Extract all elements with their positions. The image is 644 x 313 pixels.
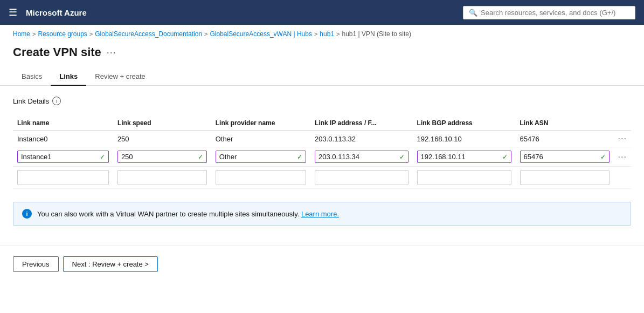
table-row-instance0: Instance0 250 Other 203.0.113.32 192.168…	[13, 131, 631, 147]
breadcrumb-home[interactable]: Home	[13, 30, 30, 38]
instance1-bgp-check-icon: ✓	[502, 153, 508, 161]
info-banner: i You can also work with a Virtual WAN p…	[13, 202, 631, 226]
instance1-options-button[interactable]: ···	[618, 152, 627, 161]
instance1-name-cell: ✓	[13, 147, 113, 167]
instance1-name-check-icon: ✓	[100, 153, 105, 161]
next-button[interactable]: Next : Review + create >	[63, 256, 158, 272]
instance1-bgp-cell: ✓	[413, 147, 516, 167]
page-header: Create VPN site ···	[0, 43, 644, 68]
col-link-speed: Link speed	[113, 116, 211, 131]
empty-speed-input[interactable]	[117, 170, 207, 185]
instance1-provider-input[interactable]	[219, 153, 295, 161]
col-link-ip: Link IP address / F...	[310, 116, 413, 131]
col-actions	[614, 116, 631, 131]
instance1-name-input[interactable]	[21, 153, 98, 161]
breadcrumb-vwan-hubs[interactable]: GlobalSecureAccess_vWAN | Hubs	[210, 30, 312, 38]
breadcrumb-globalsecureaccess-doc[interactable]: GlobalSecureAccess_Documentation	[95, 30, 202, 38]
link-details-table: Link name Link speed Link provider name …	[13, 116, 631, 189]
breadcrumb-sep-1: >	[89, 31, 93, 37]
instance1-provider-check-icon: ✓	[297, 153, 302, 161]
instance0-bgp: 192.168.10.10	[413, 131, 516, 147]
breadcrumb: Home > Resource groups > GlobalSecureAcc…	[0, 25, 644, 43]
search-input[interactable]	[481, 9, 629, 17]
info-banner-icon: i	[22, 209, 32, 219]
page-title: Create VPN site	[13, 45, 101, 59]
content-area: Link Details i Link name Link speed Link…	[0, 86, 644, 236]
empty-bgp-cell	[413, 167, 516, 189]
instance1-ip-cell: ✓	[310, 147, 413, 167]
instance1-bgp-input-wrapper: ✓	[417, 151, 511, 163]
empty-bgp-input[interactable]	[417, 170, 511, 185]
table-header-row: Link name Link speed Link provider name …	[13, 116, 631, 131]
instance1-asn-check-icon: ✓	[600, 153, 606, 161]
instance1-speed-input[interactable]	[121, 153, 196, 161]
instance1-asn-input[interactable]	[524, 153, 598, 161]
empty-action-cell	[614, 167, 631, 189]
previous-button[interactable]: Previous	[13, 256, 59, 272]
hamburger-icon[interactable]: ☰	[9, 6, 17, 18]
instance1-provider-cell: ✓	[211, 147, 310, 167]
instance1-speed-check-icon: ✓	[198, 153, 203, 161]
empty-provider-cell	[211, 167, 310, 189]
tab-basics[interactable]: Basics	[13, 68, 51, 86]
breadcrumb-hub1[interactable]: hub1	[320, 30, 334, 38]
instance1-asn-input-wrapper: ✓	[520, 151, 610, 163]
empty-ip-input[interactable]	[315, 170, 408, 185]
col-link-asn: Link ASN	[516, 116, 614, 131]
instance1-ip-input[interactable]	[318, 153, 397, 161]
top-navigation: ☰ Microsoft Azure 🔍	[0, 0, 644, 25]
empty-provider-input[interactable]	[216, 170, 306, 185]
empty-speed-cell	[113, 167, 211, 189]
table-row-instance1: ✓ ✓ ✓	[13, 147, 631, 167]
instance0-speed: 250	[113, 131, 211, 147]
instance0-options-button[interactable]: ···	[618, 134, 627, 143]
col-link-bgp: Link BGP address	[413, 116, 516, 131]
azure-logo: Microsoft Azure	[26, 8, 87, 17]
instance0-asn: 65476	[516, 131, 614, 147]
breadcrumb-sep-3: >	[314, 31, 317, 37]
col-link-provider: Link provider name	[211, 116, 310, 131]
instance1-ip-input-wrapper: ✓	[315, 151, 408, 163]
table-row-empty	[13, 167, 631, 189]
instance1-asn-cell: ✓	[516, 147, 614, 167]
tab-review-create[interactable]: Review + create	[86, 68, 154, 86]
instance1-name-input-wrapper: ✓	[17, 151, 109, 163]
breadcrumb-resource-groups[interactable]: Resource groups	[38, 30, 87, 38]
tabs-container: Basics Links Review + create	[0, 68, 644, 86]
empty-ip-cell	[310, 167, 413, 189]
page-options-button[interactable]: ···	[107, 47, 116, 58]
instance0-ip: 203.0.113.32	[310, 131, 413, 147]
instance1-speed-cell: ✓	[113, 147, 211, 167]
search-icon: 🔍	[469, 9, 477, 17]
info-banner-text: You can also work with a Virtual WAN par…	[37, 210, 339, 218]
empty-name-input[interactable]	[17, 170, 109, 185]
breadcrumb-current: hub1 | VPN (Site to site)	[342, 30, 412, 38]
bottom-bar: Previous Next : Review + create >	[0, 245, 644, 283]
empty-asn-cell	[516, 167, 614, 189]
link-details-label: Link Details i	[13, 97, 631, 105]
instance1-ip-check-icon: ✓	[399, 153, 405, 161]
instance1-provider-input-wrapper: ✓	[216, 151, 306, 163]
instance0-provider: Other	[211, 131, 310, 147]
breadcrumb-sep-2: >	[204, 31, 207, 37]
breadcrumb-sep-4: >	[336, 31, 340, 37]
empty-name-cell	[13, 167, 113, 189]
link-details-info-icon[interactable]: i	[52, 97, 61, 105]
instance0-name: Instance0	[13, 131, 113, 147]
empty-asn-input[interactable]	[520, 170, 610, 185]
col-link-name: Link name	[13, 116, 113, 131]
info-banner-learn-more-link[interactable]: Learn more.	[301, 210, 339, 218]
instance1-bgp-input[interactable]	[421, 153, 500, 161]
tab-links[interactable]: Links	[51, 68, 86, 86]
search-bar[interactable]: 🔍	[463, 6, 635, 19]
breadcrumb-sep-0: >	[32, 31, 36, 37]
instance1-speed-input-wrapper: ✓	[117, 151, 207, 163]
